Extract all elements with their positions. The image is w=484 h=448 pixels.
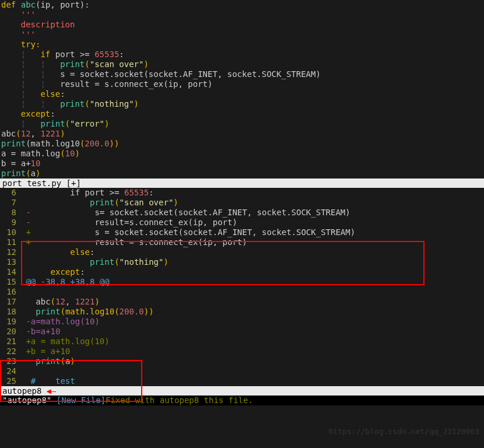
code-line[interactable]: try: — [0, 40, 484, 50]
number: 200.0 — [85, 139, 109, 148]
indent-guide: ¦ ¦ — [1, 69, 60, 79]
diff-code: @@ -38,8 +38,8 @@ — [21, 277, 484, 287]
diff-code: +b = a+10 — [21, 346, 484, 356]
docstring: description — [1, 20, 75, 29]
arrow-icon: ◀— — [46, 386, 56, 396]
diff-line[interactable]: 15 @@ -38,8 +38,8 @@ — [0, 277, 484, 287]
code-line[interactable]: ¦ ¦ result = s.connect_ex(ip, port) — [0, 79, 484, 89]
indent-guide: ¦ ¦ — [1, 79, 60, 89]
number: 10 — [31, 159, 41, 168]
editor-top-pane[interactable]: def abc(ip, port): ''' description ''' t… — [0, 0, 484, 178]
code-text: (math.log10 — [26, 139, 80, 148]
number: 1221 — [40, 129, 60, 138]
code-line[interactable]: abc(12, 1221) — [0, 129, 484, 139]
paren: ) — [36, 169, 40, 178]
code-line[interactable]: ¦ ¦ s = socket.socket(socket.AF_INET, so… — [0, 69, 484, 79]
diff-line[interactable]: 21 +a = math.log(10) — [0, 337, 484, 346]
diff-line[interactable]: 19 -a=math.log(10) — [0, 317, 484, 327]
paren: ( — [85, 60, 89, 69]
paren: ) — [60, 129, 65, 138]
colon: : — [119, 50, 124, 59]
diff-code: print(a) — [21, 356, 484, 366]
code-text: a = math.log — [1, 149, 60, 158]
arg: a — [31, 169, 36, 178]
diff-line[interactable]: 17 abc(12, 1221) — [0, 297, 484, 307]
code-line[interactable]: ''' — [0, 10, 484, 20]
diff-line[interactable]: 10 + s = socket.socket(socket.AF_INET, s… — [0, 228, 484, 237]
line-number: 23 — [0, 356, 21, 366]
diff-line[interactable]: 9 - result=s.connect_ex(ip, port) — [0, 218, 484, 228]
diff-code: - s= socket.socket(socket.AF_INET, socke… — [21, 208, 484, 218]
diff-code — [21, 287, 484, 297]
diff-line[interactable]: 7 print("scan over") — [0, 198, 484, 208]
diff-code: else: — [21, 247, 484, 257]
command-line[interactable]: "autopep8" [New File]Fixed with autopep8… — [0, 396, 484, 405]
code-line[interactable]: b = a+10 — [0, 159, 484, 169]
line-number: 18 — [0, 307, 21, 317]
code-line[interactable]: ''' — [0, 30, 484, 40]
diff-line[interactable]: 6 if port >= 65535: — [0, 188, 484, 198]
filename-status: port_test.py [+] — [2, 178, 81, 188]
diff-code: abc(12, 1221) — [21, 297, 484, 307]
code-line[interactable]: ¦ if port >= 65535: — [0, 50, 484, 60]
diff-code: -b=a+10 — [21, 327, 484, 337]
paren: ) — [75, 149, 79, 158]
code-line[interactable]: ¦ ¦ print("scan over") — [0, 60, 484, 69]
paren: ( — [85, 99, 89, 108]
colon: : — [50, 109, 55, 118]
call: abc — [1, 129, 16, 138]
cmd-message: Fixed with autopep8 this file. — [106, 396, 253, 405]
keyword-def: def — [1, 0, 21, 9]
diff-line[interactable]: 23 print(a) — [0, 356, 484, 366]
buffer-name: autopep8 — [2, 386, 41, 396]
line-number: 10 — [0, 228, 21, 237]
diff-line[interactable]: 11 + result = s.connect_ex(ip, port) — [0, 237, 484, 247]
line-number: 8 — [0, 208, 21, 218]
code-line[interactable]: ¦ print("error") — [0, 119, 484, 129]
line-number: 6 — [0, 188, 21, 198]
diff-line[interactable]: 8 - s= socket.socket(socket.AF_INET, soc… — [0, 208, 484, 218]
line-number: 14 — [0, 267, 21, 277]
code-line[interactable]: ¦ ¦ print("nothing") — [0, 99, 484, 109]
docstring: ''' — [1, 10, 36, 19]
indent-guide: ¦ — [1, 50, 40, 59]
diff-line[interactable]: 13 print("nothing") — [0, 257, 484, 267]
diff-code: if port >= 65535: — [21, 188, 484, 198]
code-line[interactable]: print(math.log10(200.0)) — [0, 139, 484, 149]
code-line[interactable]: print(a) — [0, 169, 484, 178]
indent-guide: ¦ — [1, 119, 40, 128]
code-line[interactable]: a = math.log(10) — [0, 149, 484, 159]
diff-code: - result=s.connect_ex(ip, port) — [21, 218, 484, 228]
diff-line[interactable]: 12 else: — [0, 247, 484, 257]
code-line[interactable]: def abc(ip, port): — [0, 0, 484, 10]
code-line[interactable]: except: — [0, 109, 484, 119]
diff-line[interactable]: 22 +b = a+10 — [0, 346, 484, 356]
code-line[interactable]: description — [0, 20, 484, 30]
editor-diff-pane[interactable]: 6 if port >= 65535:7 print("scan over")8… — [0, 188, 484, 386]
diff-line[interactable]: 14 except: — [0, 267, 484, 277]
keyword-if: if — [40, 50, 55, 59]
args: (ip, port): — [36, 0, 90, 9]
builtin-print: print — [1, 139, 26, 148]
code-line[interactable]: ¦ else: — [0, 89, 484, 99]
comma: , — [31, 129, 41, 138]
indent-guide: ¦ ¦ — [1, 60, 60, 69]
line-number: 11 — [0, 237, 21, 247]
paren: ) — [143, 60, 148, 69]
paren: ) — [104, 119, 109, 128]
line-number: 9 — [0, 218, 21, 228]
diff-line[interactable]: 24 — [0, 366, 484, 376]
diff-line[interactable]: 18 print(math.log10(200.0)) — [0, 307, 484, 317]
diff-code: + s = socket.socket(socket.AF_INET, sock… — [21, 228, 484, 237]
paren: ( — [60, 149, 65, 158]
builtin-print: print — [40, 119, 65, 128]
line-number: 22 — [0, 346, 21, 356]
function-name: abc — [21, 0, 36, 9]
diff-code: print("scan over") — [21, 198, 484, 208]
statusline-top: port_test.py [+] — [0, 178, 484, 188]
line-number: 24 — [0, 366, 21, 376]
diff-line[interactable]: 16 — [0, 287, 484, 297]
diff-line[interactable]: 20 -b=a+10 — [0, 327, 484, 337]
line-number: 25 — [0, 376, 21, 386]
diff-line[interactable]: 25 # test — [0, 376, 484, 386]
